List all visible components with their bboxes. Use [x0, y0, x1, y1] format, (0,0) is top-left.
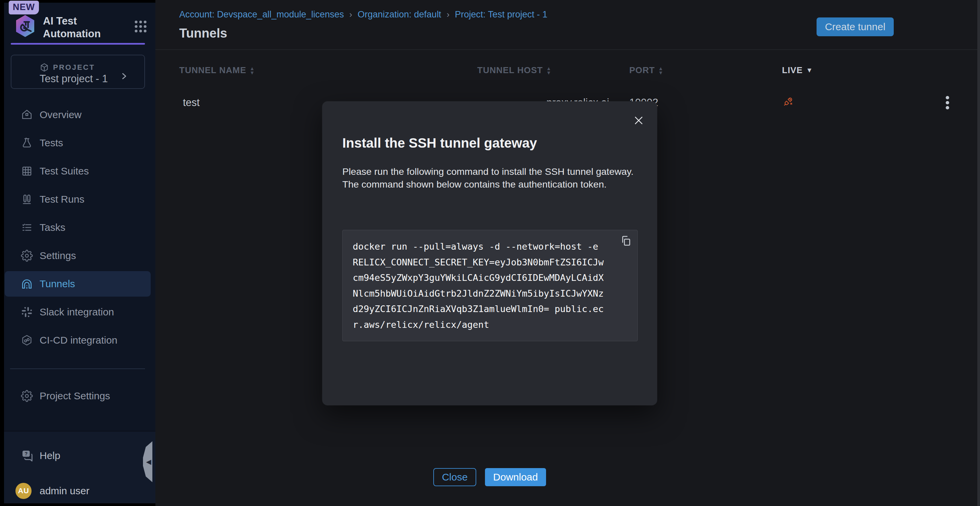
- page-title: Tunnels: [179, 26, 227, 41]
- app-grid-icon[interactable]: [133, 19, 148, 34]
- home-icon: [21, 109, 33, 121]
- scrollbar[interactable]: [977, 0, 980, 506]
- modal-body-text: Please run the following command to inst…: [342, 165, 639, 191]
- hexagon-link-icon: [21, 334, 33, 346]
- breadcrumb: Account: Devspace_all_module_licenses › …: [179, 10, 547, 20]
- app-title: AI Test Automation: [43, 15, 101, 40]
- breadcrumb-separator: ›: [447, 10, 450, 20]
- sidebar-item-cicd-integration[interactable]: CI-CD integration: [4, 326, 155, 354]
- code-line: Nlcm5hbWUiOiAidGtrb2JldnZ2ZWNiYm5ibyIsIC…: [353, 286, 627, 302]
- create-tunnel-button[interactable]: Create tunnel: [816, 18, 894, 36]
- column-header-tunnel-host[interactable]: TUNNEL HOST ▲▼: [477, 65, 551, 75]
- sidebar-divider: [10, 368, 145, 369]
- code-line: r.aws/relicx/relicx/agent: [353, 317, 627, 333]
- columns-icon: [21, 193, 33, 205]
- help-button[interactable]: ? Help: [4, 445, 145, 466]
- project-value: Test project - 1: [40, 73, 108, 85]
- sidebar-item-overview[interactable]: Overview: [4, 101, 155, 129]
- modal-close-button[interactable]: Close: [433, 468, 476, 486]
- svg-text:?: ?: [25, 451, 28, 456]
- gear-icon: [21, 250, 33, 262]
- breadcrumb-organization[interactable]: Organization: default: [358, 10, 441, 20]
- user-name: admin user: [40, 485, 89, 496]
- code-line: docker run --pull=always -d --network=ho…: [353, 239, 627, 255]
- sidebar-item-tunnels[interactable]: Tunnels: [4, 270, 155, 298]
- app-logo-icon: [13, 14, 37, 39]
- close-icon[interactable]: [633, 115, 644, 126]
- sort-icon: ▲▼: [658, 66, 663, 75]
- sidebar-item-test-runs[interactable]: Test Runs: [4, 185, 155, 213]
- gear-icon: [21, 390, 33, 402]
- sidebar-item-project-settings[interactable]: Project Settings: [4, 382, 155, 410]
- cube-icon: [40, 63, 49, 72]
- sort-desc-icon: ▼: [806, 67, 813, 74]
- sidebar-item-settings[interactable]: Settings: [4, 242, 155, 270]
- column-header-live[interactable]: LIVE ▼: [782, 65, 813, 75]
- accent-divider: [11, 43, 145, 45]
- modal-actions: Close Download: [322, 468, 657, 487]
- avatar: AU: [16, 483, 32, 499]
- code-line: d29yZCI6ICJnZnRiaXVqb3Z1amlueWlmIn0= pub…: [353, 301, 627, 317]
- cell-tunnel-name: test: [183, 97, 200, 109]
- list-icon: [21, 221, 33, 234]
- sidebar-item-test-suites[interactable]: Test Suites: [4, 157, 155, 185]
- sidebar-footer: ? Help AU admin user: [4, 431, 155, 503]
- project-label: PROJECT: [53, 63, 95, 72]
- column-header-tunnel-name[interactable]: TUNNEL NAME ▲▼: [179, 65, 255, 75]
- sort-icon: ▲▼: [250, 66, 255, 75]
- install-gateway-modal: Install the SSH tunnel gateway Please ru…: [322, 101, 657, 405]
- help-chat-icon: ?: [21, 449, 34, 462]
- new-badge: NEW: [9, 1, 39, 14]
- slack-icon: [21, 306, 33, 318]
- flask-icon: [21, 137, 33, 149]
- breadcrumb-account[interactable]: Account: Devspace_all_module_licenses: [179, 10, 344, 20]
- grid-icon: [21, 165, 33, 177]
- sidebar-item-tests[interactable]: Tests: [4, 129, 155, 157]
- row-kebab-menu[interactable]: [941, 95, 954, 111]
- code-line: cm94eS5yZWxpY3guYWkiLCAicG9ydCI6IDEwMDAy…: [353, 270, 627, 286]
- chevron-right-icon: [119, 71, 128, 81]
- sidebar: AI Test Automation PROJECT Test project …: [4, 3, 155, 503]
- sidebar-secondary: Project Settings: [4, 382, 155, 410]
- app-window: AI Test Automation PROJECT Test project …: [0, 0, 980, 506]
- header-divider: [155, 49, 977, 50]
- code-line: RELICX_CONNECT_SECRET_KEY=eyJob3N0bmFtZS…: [353, 255, 627, 271]
- user-menu[interactable]: AU admin user: [4, 481, 145, 501]
- plug-disconnected-icon: [782, 95, 794, 107]
- column-header-port[interactable]: PORT ▲▼: [629, 65, 663, 75]
- modal-title: Install the SSH tunnel gateway: [342, 135, 537, 151]
- sidebar-nav: Overview Tests Test Suites Test Runs: [4, 101, 155, 354]
- tunnel-icon: [21, 278, 33, 290]
- sidebar-item-slack-integration[interactable]: Slack integration: [4, 298, 155, 326]
- sidebar-item-tasks[interactable]: Tasks: [4, 213, 155, 242]
- command-code-block: docker run --pull=always -d --network=ho…: [342, 230, 638, 341]
- modal-download-button[interactable]: Download: [485, 468, 546, 486]
- breadcrumb-project[interactable]: Project: Test project - 1: [455, 10, 547, 20]
- project-selector[interactable]: PROJECT Test project - 1: [11, 55, 145, 89]
- table-header: TUNNEL NAME ▲▼ TUNNEL HOST ▲▼ PORT ▲▼ LI…: [155, 63, 977, 79]
- sort-icon: ▲▼: [546, 66, 551, 75]
- breadcrumb-separator: ›: [349, 10, 352, 20]
- copy-icon[interactable]: [620, 235, 632, 247]
- app-logo-row: AI Test Automation: [13, 14, 148, 42]
